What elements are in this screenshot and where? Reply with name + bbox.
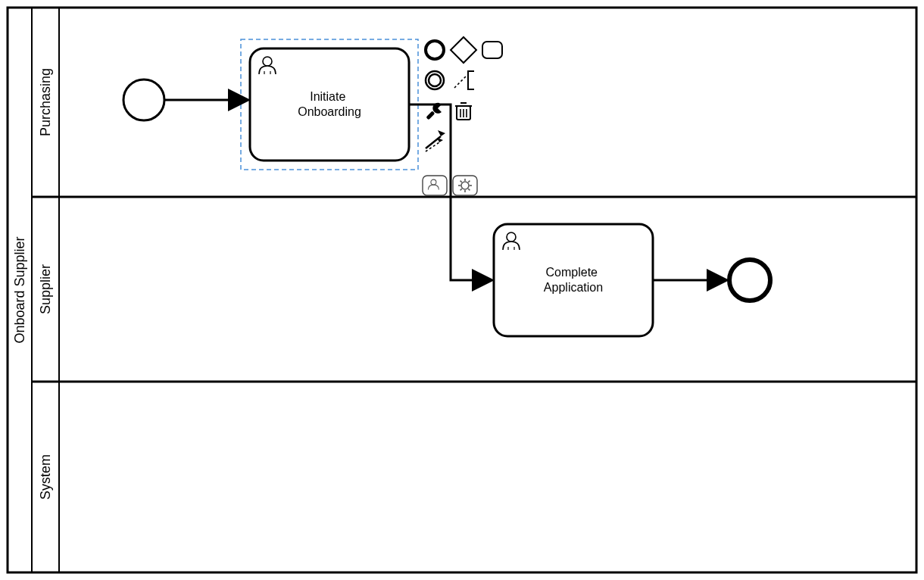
svg-point-7: [263, 57, 272, 66]
svg-rect-6: [250, 48, 409, 161]
bpmn-diagram[interactable]: Onboard Supplier Purchasing Supplier Sys…: [0, 0, 924, 580]
end-event[interactable]: [729, 260, 770, 301]
svg-rect-34: [453, 176, 477, 195]
lane-label-supplier: Supplier: [38, 264, 53, 314]
pool-label: Onboard Supplier: [12, 236, 27, 343]
svg-rect-32: [423, 176, 447, 195]
start-event[interactable]: [123, 80, 164, 120]
lane-label-system: System: [38, 454, 53, 500]
svg-rect-11: [494, 224, 653, 336]
lane-system[interactable]: System: [38, 454, 53, 500]
svg-point-12: [507, 232, 516, 242]
task-complete-application[interactable]: Complete Application: [494, 224, 653, 336]
svg-point-5: [123, 80, 164, 120]
lane-label-purchasing: Purchasing: [38, 68, 53, 136]
replace-user-task[interactable]: [423, 176, 447, 195]
replace-service-task[interactable]: [453, 176, 477, 195]
task-initiate-onboarding[interactable]: Initiate Onboarding: [250, 48, 409, 161]
svg-point-16: [729, 260, 770, 301]
